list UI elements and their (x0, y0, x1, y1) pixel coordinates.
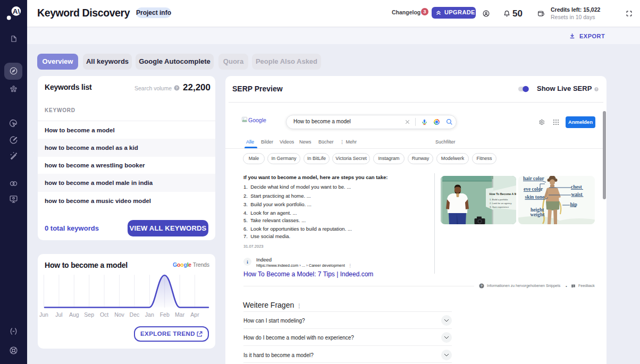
svg-text:Oct: Oct (100, 311, 108, 318)
svg-text:Jul: Jul (55, 311, 62, 318)
svg-text:chest: chest (571, 184, 582, 190)
svg-text:Sep: Sep (84, 311, 94, 318)
svg-text:Aug: Aug (69, 311, 79, 318)
svg-text:Nov: Nov (114, 311, 124, 318)
svg-text:Dec: Dec (130, 311, 140, 318)
svg-text:?: ? (595, 88, 597, 91)
svg-text:Apr: Apr (190, 311, 199, 318)
svg-text:Jun: Jun (39, 311, 48, 318)
svg-text:Jan: Jan (145, 311, 154, 318)
svg-text:A\: A\ (13, 7, 20, 15)
svg-text:skin tone: skin tone (525, 194, 545, 200)
svg-text:2. Look for an agency: 2. Look for an agency (490, 202, 512, 205)
svg-text:hair color: hair color (523, 176, 544, 181)
svg-text:hip: hip (570, 202, 577, 207)
svg-text:height: height (530, 207, 544, 213)
svg-text:?: ? (481, 284, 483, 287)
svg-text:waist: waist (571, 192, 583, 197)
svg-text:?: ? (176, 86, 178, 90)
svg-text:weight: weight (530, 212, 545, 217)
svg-text:Feb: Feb (160, 311, 170, 318)
svg-text:1. Build a portfolio: 1. Build a portfolio (490, 198, 508, 201)
svg-text:Mar: Mar (175, 311, 185, 318)
svg-text:How To Become A M: How To Become A M (490, 192, 517, 196)
svg-text:3. Gain experience: 3. Gain experience (490, 206, 509, 208)
